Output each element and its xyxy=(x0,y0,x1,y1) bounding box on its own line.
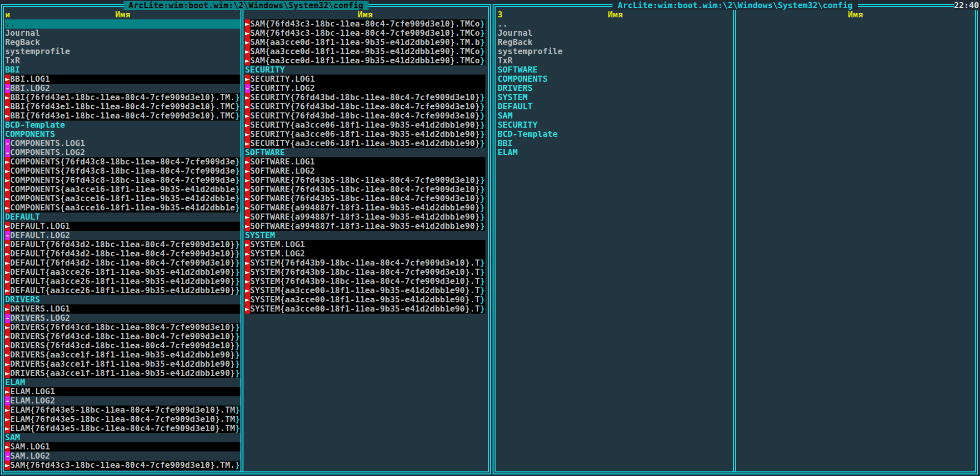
file-row[interactable]: -DRIVERS.LOG2 xyxy=(5,314,240,323)
file-row[interactable]: ►BBI{76fd43e1-18bc-11ea-80c4-7cfe909d3e1… xyxy=(5,111,240,121)
file-name: SYSTEM xyxy=(498,93,528,102)
file-row[interactable]: SOFTWARE xyxy=(245,148,485,157)
file-row[interactable]: ►SYSTEM.LOG1 xyxy=(245,240,485,249)
file-row[interactable]: ►ELAM{76fd43e5-18bc-11ea-80c4-7cfe909d3e… xyxy=(5,424,240,433)
file-row[interactable]: ►COMPONENTS{aa3cce16-18f1-11ea-9b35-e41d… xyxy=(5,203,240,212)
file-row[interactable]: ELAM xyxy=(498,148,733,157)
file-row[interactable]: ►SOFTWARE{76fd43b5-18bc-11ea-80c4-7cfe90… xyxy=(245,185,485,194)
file-row[interactable]: TxR xyxy=(498,56,733,65)
file-row[interactable]: ►DRIVERS{aa3cce1f-18f1-11ea-9b35-e41d2db… xyxy=(5,350,240,360)
file-row[interactable]: ►SAM{76fd43c3-18bc-11ea-80c4-7cfe909d3e1… xyxy=(245,29,485,38)
file-row[interactable]: ►SOFTWARE{a994887f-18f3-11ea-9b35-e41d2d… xyxy=(245,212,485,222)
file-row[interactable]: ►ELAM.LOG1 xyxy=(5,387,240,396)
file-row[interactable]: ►SYSTEM.LOG2 xyxy=(245,249,485,258)
file-row[interactable]: ►DEFAULT{aa3cce26-18f1-11ea-9b35-e41d2db… xyxy=(5,286,240,295)
file-row[interactable]: ►DRIVERS.LOG1 xyxy=(5,304,240,314)
file-row[interactable]: ►COMPONENTS{aa3cce16-18f1-11ea-9b35-e41d… xyxy=(5,185,240,194)
file-row[interactable]: systemprofile xyxy=(498,47,733,56)
file-row[interactable]: -BBI.LOG2 xyxy=(5,84,240,93)
file-row[interactable]: ►DEFAULT{aa3cce26-18f1-11ea-9b35-e41d2db… xyxy=(5,268,240,277)
file-row[interactable]: ►SECURITY.LOG1 xyxy=(245,75,485,84)
file-row[interactable]: ►SAM.LOG1 xyxy=(5,442,240,451)
file-row[interactable]: ►SECURITY{76fd43bd-18bc-11ea-80c4-7cfe90… xyxy=(245,111,485,121)
file-row[interactable]: SAM xyxy=(498,111,733,121)
file-row[interactable]: systemprofile xyxy=(5,47,240,56)
file-row[interactable]: ►DEFAULT{76fd43d2-18bc-11ea-80c4-7cfe909… xyxy=(5,258,240,268)
file-row[interactable]: BBI xyxy=(498,139,733,148)
file-row[interactable]: ►BBI.LOG1 xyxy=(5,75,240,84)
file-row[interactable]: SECURITY xyxy=(498,121,733,130)
file-row[interactable]: ►DRIVERS{aa3cce1f-18f1-11ea-9b35-e41d2db… xyxy=(5,360,240,369)
updir-item[interactable]: .. xyxy=(5,19,240,29)
file-row[interactable]: -SAM.LOG2 xyxy=(5,451,240,461)
file-row[interactable]: ►DRIVERS{aa3cce1f-18f1-11ea-9b35-e41d2db… xyxy=(5,369,240,378)
file-row[interactable]: -COMPONENTS.LOG1 xyxy=(5,139,240,148)
file-row[interactable]: ►ELAM{76fd43e5-18bc-11ea-80c4-7cfe909d3e… xyxy=(5,406,240,415)
file-row[interactable]: ►SOFTWARE{a994887f-18f3-11ea-9b35-e41d2d… xyxy=(245,203,485,212)
file-row[interactable]: ►DEFAULT{aa3cce26-18f1-11ea-9b35-e41d2db… xyxy=(5,277,240,286)
file-row[interactable]: ►SAM{76fd43c3-18bc-11ea-80c4-7cfe909d3e1… xyxy=(245,19,485,29)
file-row[interactable]: COMPONENTS xyxy=(5,130,240,139)
file-row[interactable]: ►BBI{76fd43e1-18bc-11ea-80c4-7cfe909d3e1… xyxy=(5,102,240,111)
file-row[interactable]: ►DRIVERS{76fd43cd-18bc-11ea-80c4-7cfe909… xyxy=(5,341,240,350)
file-row[interactable]: ►COMPONENTS{76fd43c8-18bc-11ea-80c4-7cfe… xyxy=(5,166,240,176)
name-truncation-indicator: } xyxy=(235,93,240,102)
file-row[interactable]: ►SAM{aa3cce0d-18f1-11ea-9b35-e41d2dbb1e9… xyxy=(245,38,485,47)
file-row[interactable]: SYSTEM xyxy=(498,93,733,102)
file-row[interactable]: SECURITY xyxy=(245,65,485,75)
file-row[interactable]: TxR xyxy=(5,56,240,65)
file-row[interactable]: ►SYSTEM{76fd43b9-18bc-11ea-80c4-7cfe909d… xyxy=(245,268,485,277)
file-row[interactable]: SAM xyxy=(5,433,240,442)
file-row[interactable]: ►SAM{aa3cce0d-18f1-11ea-9b35-e41d2dbb1e9… xyxy=(245,47,485,56)
file-row[interactable]: -DEFAULT.LOG2 xyxy=(5,231,240,240)
file-row[interactable]: ►COMPONENTS{76fd43c8-18bc-11ea-80c4-7cfe… xyxy=(5,157,240,166)
file-row[interactable]: ►DRIVERS{76fd43cd-18bc-11ea-80c4-7cfe909… xyxy=(5,332,240,341)
file-row[interactable]: ►DRIVERS{76fd43cd-18bc-11ea-80c4-7cfe909… xyxy=(5,323,240,332)
file-row[interactable]: DEFAULT xyxy=(5,212,240,222)
file-row[interactable]: SYSTEM xyxy=(245,231,485,240)
file-row[interactable]: ►COMPONENTS{aa3cce16-18f1-11ea-9b35-e41d… xyxy=(5,194,240,203)
file-row[interactable]: DRIVERS xyxy=(498,84,733,93)
file-row[interactable]: ►SOFTWARE{76fd43b5-18bc-11ea-80c4-7cfe90… xyxy=(245,194,485,203)
file-row[interactable]: ►SYSTEM{76fd43b9-18bc-11ea-80c4-7cfe909d… xyxy=(245,258,485,268)
file-row[interactable]: BBI xyxy=(5,65,240,75)
file-row[interactable]: ►SECURITY{aa3cce06-18f1-11ea-9b35-e41d2d… xyxy=(245,139,485,148)
file-row[interactable]: RegBack xyxy=(498,38,733,47)
file-row[interactable]: ►SYSTEM{aa3cce00-18f1-11ea-9b35-e41d2dbb… xyxy=(245,304,485,314)
file-row[interactable]: DRIVERS xyxy=(5,295,240,304)
file-row[interactable]: Journal xyxy=(5,29,240,38)
file-row[interactable]: ►SOFTWARE.LOG2 xyxy=(245,166,485,176)
file-row[interactable]: ►SOFTWARE.LOG1 xyxy=(245,157,485,166)
file-row[interactable]: ►SOFTWARE{a994887f-18f3-11ea-9b35-e41d2d… xyxy=(245,222,485,231)
file-row[interactable]: ►DEFAULT{76fd43d2-18bc-11ea-80c4-7cfe909… xyxy=(5,249,240,258)
file-row[interactable]: ►SECURITY{76fd43bd-18bc-11ea-80c4-7cfe90… xyxy=(245,102,485,111)
file-row[interactable]: ►BBI{76fd43e1-18bc-11ea-80c4-7cfe909d3e1… xyxy=(5,93,240,102)
file-row[interactable]: -ELAM.LOG2 xyxy=(5,396,240,406)
file-row[interactable]: ►DEFAULT.LOG1 xyxy=(5,222,240,231)
file-row[interactable]: ►SAM{aa3cce0d-18f1-11ea-9b35-e41d2dbb1e9… xyxy=(245,56,485,65)
file-row[interactable]: ►DEFAULT{76fd43d2-18bc-11ea-80c4-7cfe909… xyxy=(5,240,240,249)
file-marker-icon: ► xyxy=(245,240,250,249)
file-row[interactable]: DEFAULT xyxy=(498,102,733,111)
file-row[interactable]: ►SYSTEM{76fd43b9-18bc-11ea-80c4-7cfe909d… xyxy=(245,277,485,286)
file-row[interactable]: BCD-Template xyxy=(498,130,733,139)
file-row[interactable]: ►SECURITY{aa3cce06-18f1-11ea-9b35-e41d2d… xyxy=(245,121,485,130)
file-row[interactable]: ►ELAM{76fd43e5-18bc-11ea-80c4-7cfe909d3e… xyxy=(5,415,240,424)
updir-item[interactable]: .. xyxy=(498,19,733,29)
file-row[interactable]: ELAM xyxy=(5,378,240,387)
file-row[interactable]: SOFTWARE xyxy=(498,65,733,75)
file-name: SYSTEM{aa3cce00-18f1-11ea-9b35-e41d2dbb1… xyxy=(250,304,480,314)
file-row[interactable]: ►SECURITY{76fd43bd-18bc-11ea-80c4-7cfe90… xyxy=(245,93,485,102)
file-row[interactable]: ►SAM{76fd43c3-18bc-11ea-80c4-7cfe909d3e1… xyxy=(5,461,240,470)
file-row[interactable]: BCD-Template xyxy=(5,121,240,130)
file-row[interactable]: Journal xyxy=(498,29,733,38)
file-row[interactable]: ►SYSTEM{aa3cce00-18f1-11ea-9b35-e41d2dbb… xyxy=(245,286,485,295)
file-row[interactable]: -COMPONENTS.LOG2 xyxy=(5,148,240,157)
file-row[interactable]: -SECURITY.LOG2 xyxy=(245,84,485,93)
file-row[interactable]: ►SECURITY{aa3cce06-18f1-11ea-9b35-e41d2d… xyxy=(245,130,485,139)
file-row[interactable]: ►SYSTEM{aa3cce00-18f1-11ea-9b35-e41d2dbb… xyxy=(245,295,485,304)
file-row[interactable]: RegBack xyxy=(5,38,240,47)
file-row[interactable]: ►COMPONENTS{76fd43c8-18bc-11ea-80c4-7cfe… xyxy=(5,176,240,185)
file-row[interactable]: ►SOFTWARE{76fd43b5-18bc-11ea-80c4-7cfe90… xyxy=(245,176,485,185)
file-row[interactable]: COMPONENTS xyxy=(498,75,733,84)
